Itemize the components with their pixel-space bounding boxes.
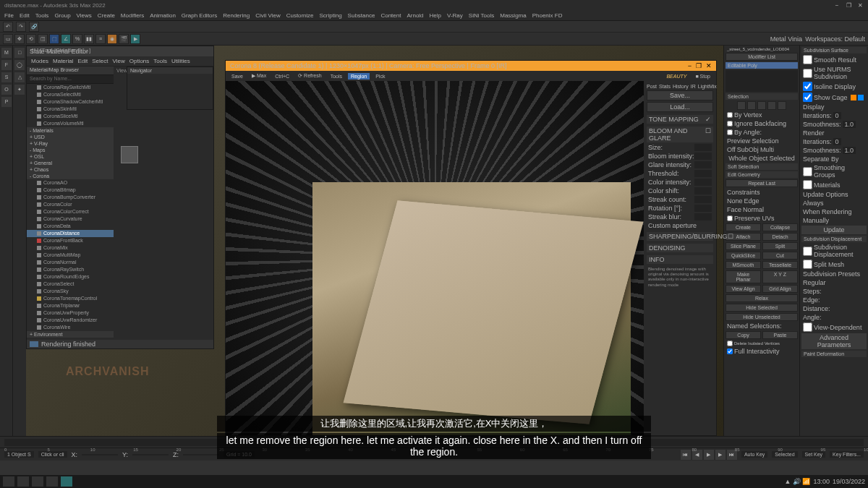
menu-rendering[interactable]: Rendering xyxy=(223,12,250,19)
tool-b[interactable]: ◯ xyxy=(14,60,25,70)
min-icon[interactable]: − xyxy=(833,1,841,9)
map-CoronaRoundEdges[interactable]: CoronaRoundEdges xyxy=(27,273,114,281)
repeat-last[interactable]: Repeat Last xyxy=(726,179,798,187)
makeplanar-btn[interactable]: Make Planar xyxy=(726,270,761,283)
autokey[interactable]: Auto Key xyxy=(741,451,767,458)
group[interactable]: + V-Ray xyxy=(27,140,114,147)
tool-d[interactable]: ✦ xyxy=(14,85,25,95)
scale-icon[interactable]: ◫ xyxy=(38,34,48,44)
collapse-btn[interactable]: Collapse xyxy=(762,223,798,231)
key-filters[interactable]: Key Filters... xyxy=(830,451,864,458)
tray-icons[interactable]: ▲ 🔊 📶 xyxy=(785,478,811,485)
menu-animation[interactable]: Animation xyxy=(150,12,176,19)
isoline[interactable] xyxy=(803,82,812,91)
render-max-icon[interactable]: ❐ xyxy=(696,62,702,69)
menu-file[interactable]: File xyxy=(4,12,14,19)
viewport-label-top[interactable]: [+] [Top] [Standard] [...] xyxy=(32,47,90,53)
render-close-icon[interactable]: ✕ xyxy=(706,62,712,69)
slate-menu-material[interactable]: Material xyxy=(53,58,73,64)
denoise-section[interactable]: DENOISING xyxy=(647,244,713,252)
menu-v-ray[interactable]: V-Ray xyxy=(447,12,463,19)
redo-icon[interactable]: ↷ xyxy=(16,22,26,32)
paste-btn[interactable]: Paste xyxy=(762,331,798,339)
slate-canvas[interactable]: View1 Navigator xyxy=(114,67,213,340)
undo-icon[interactable]: ↶ xyxy=(3,22,13,32)
menu-create[interactable]: Create xyxy=(98,12,115,19)
soft-selection-rollout[interactable]: Soft Selection xyxy=(726,163,798,170)
tool-a[interactable]: □ xyxy=(14,48,25,58)
render-icon[interactable]: ▶ xyxy=(130,34,140,44)
y-coord[interactable] xyxy=(132,454,169,455)
search-icon[interactable] xyxy=(17,476,29,487)
map-CoronaWire[interactable]: CoronaWire xyxy=(27,324,114,331)
map-CoronaMix[interactable]: CoronaMix xyxy=(27,244,114,252)
map-CoronaSelect[interactable]: CoronaSelect xyxy=(27,281,114,288)
map-CoronaColor[interactable]: CoronaColor xyxy=(27,201,114,208)
select-icon[interactable]: ▭ xyxy=(3,34,13,44)
explorer-icon[interactable] xyxy=(32,476,43,487)
edit-geometry-rollout[interactable]: Edit Geometry xyxy=(726,171,798,178)
selection-rollout[interactable]: Selection xyxy=(726,93,798,100)
render-max-btn[interactable]: ▶ Max xyxy=(249,72,269,80)
vertex-mode[interactable] xyxy=(737,101,746,110)
menu-customize[interactable]: Customize xyxy=(286,12,314,19)
render-stop[interactable]: ■ Stop xyxy=(692,73,713,80)
hide-sel-btn[interactable]: Hide Selected xyxy=(726,304,798,312)
smooth-result[interactable] xyxy=(803,55,812,64)
group[interactable]: - Materials xyxy=(27,127,114,134)
bloom-section[interactable]: BLOOM AND GLARE☐ xyxy=(647,127,713,142)
map-CoronaColorCorrect[interactable]: CoronaColorCorrect xyxy=(27,208,114,215)
showcage[interactable] xyxy=(803,93,812,102)
mat-CoronaSelectMtl[interactable]: CoronaSelectMtl xyxy=(27,91,114,98)
selection-tab[interactable]: S xyxy=(1,72,12,82)
link-icon[interactable]: 🔗 xyxy=(29,22,39,32)
mat-CoronaSliceMtl[interactable]: CoronaSliceMtl xyxy=(27,113,114,120)
mat-CoronaShadowCatcherMtl[interactable]: CoronaShadowCatcherMtl xyxy=(27,98,114,106)
cut-btn[interactable]: Cut xyxy=(762,252,798,260)
tab-ir[interactable]: IR xyxy=(691,84,696,89)
material-editor-icon[interactable]: ◉ xyxy=(107,34,117,44)
material-node[interactable] xyxy=(121,146,138,163)
map-CoronaNormal[interactable]: CoronaNormal xyxy=(27,259,114,266)
render-viewport[interactable] xyxy=(226,81,644,435)
modeling-tab[interactable]: M xyxy=(1,48,12,58)
render-tools[interactable]: Tools xyxy=(328,73,345,80)
selected-mode[interactable]: Selected xyxy=(772,451,797,458)
menu-scripting[interactable]: Scripting xyxy=(319,12,341,19)
render-pick[interactable]: Pick xyxy=(373,73,388,80)
rotate-icon[interactable]: ⟲ xyxy=(26,34,36,44)
hide-unsel-btn[interactable]: Hide Unselected xyxy=(726,313,798,321)
modifier-stack[interactable] xyxy=(726,70,798,92)
poly-mode[interactable] xyxy=(767,101,776,110)
angle-snap-icon[interactable]: ∠ xyxy=(61,34,71,44)
render-beauty[interactable]: BEAUTY xyxy=(663,73,689,80)
subdiv-disp-rollout[interactable]: Subdivision Displacement xyxy=(801,236,867,242)
slice-btn[interactable]: Slice Plane xyxy=(726,242,761,250)
menu-substance[interactable]: Substance xyxy=(348,12,375,19)
menu-content[interactable]: Content xyxy=(380,12,401,19)
editable-poly[interactable]: Editable Poly xyxy=(726,62,798,69)
render-region[interactable]: Region xyxy=(348,73,370,80)
menu-modifiers[interactable]: Modifiers xyxy=(121,12,144,19)
3dsmax-icon[interactable] xyxy=(61,476,72,487)
render-min-icon[interactable]: − xyxy=(688,62,692,69)
populate-tab[interactable]: P xyxy=(1,97,12,107)
map-CoronaBumpConverter[interactable]: CoronaBumpConverter xyxy=(27,194,114,201)
mat-CoronaSkinMtl[interactable]: CoronaSkinMtl xyxy=(27,106,114,113)
border-mode[interactable] xyxy=(757,101,766,110)
render-refresh[interactable]: ⟳ Refresh xyxy=(295,72,324,80)
map-CoronaTriplanar[interactable]: CoronaTriplanar xyxy=(27,302,114,309)
edge-icon[interactable] xyxy=(46,476,58,487)
clock[interactable]: 13:00 xyxy=(813,478,830,485)
max-icon[interactable]: ❐ xyxy=(845,1,852,9)
map-CoronaUvwProperty[interactable]: CoronaUvwProperty xyxy=(27,309,114,317)
map-CoronaBitmap[interactable]: CoronaBitmap xyxy=(27,187,114,194)
play-icon[interactable]: ▶ xyxy=(704,450,714,460)
map-CoronaSky[interactable]: CoronaSky xyxy=(27,288,114,295)
ignore-backfacing-check[interactable] xyxy=(727,121,733,127)
tab-post[interactable]: Post xyxy=(647,84,657,89)
modifier-list[interactable]: Modifier List xyxy=(726,53,798,61)
sharp-section[interactable]: SHARPENING/BLURRING☐ xyxy=(647,232,713,241)
x-coord[interactable] xyxy=(82,454,118,455)
account-name[interactable]: Metal Vinia xyxy=(770,35,802,43)
